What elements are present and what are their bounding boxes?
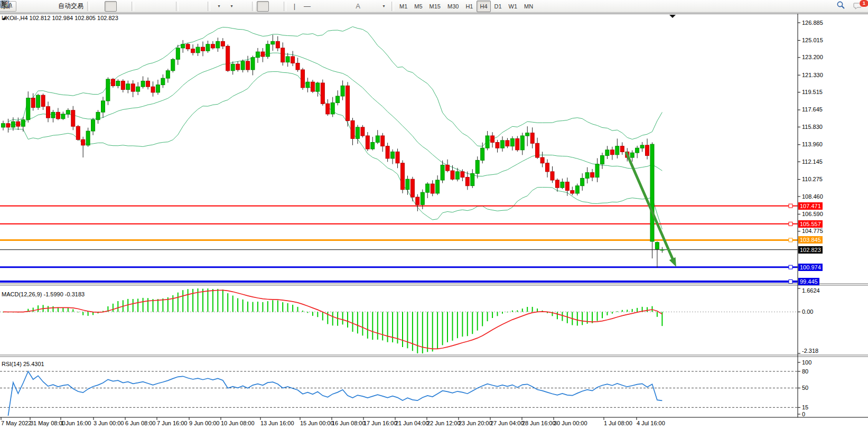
vertical-line-tool-button[interactable]: | [288, 1, 301, 12]
chart-shift-marker[interactable] [669, 15, 676, 18]
price-axis-label: 119.515 [802, 89, 823, 96]
price-axis-label: 112.145 [802, 158, 823, 165]
timeframe-button-H1[interactable]: H1 [462, 1, 476, 12]
autotrading-label: 自动交易 [58, 2, 83, 11]
notification-badge: 1 [859, 0, 868, 7]
chart-title: UKOil-,H4 102.812 102.984 102.805 102.82… [2, 15, 118, 21]
bar-chart-type-button[interactable] [92, 1, 104, 12]
chart-window-button[interactable] [30, 1, 42, 12]
dropdown-caret-icon: ▾ [218, 4, 220, 8]
time-axis-label: 16 Jun 08:00 [332, 420, 366, 427]
line-chart-type-button[interactable] [117, 1, 129, 12]
hline-handle[interactable] [789, 204, 792, 208]
macd-max-label: 1.6624 [802, 287, 820, 294]
zoom-out-button[interactable] [149, 1, 161, 12]
time-axis-label: 1 Jul 08:00 [604, 420, 632, 427]
macd-zero-label: 0.00 [802, 309, 813, 315]
price-line-label: 103.845 [798, 236, 823, 244]
cursor-tool-button[interactable] [257, 1, 269, 12]
timeframe-button-MN[interactable]: MN [521, 1, 536, 12]
search-button[interactable] [836, 1, 848, 12]
price-line-label: 107.471 [798, 202, 823, 210]
separator [87, 2, 90, 11]
chart-canvas[interactable] [0, 13, 868, 430]
indicators-button[interactable]: ▾ [212, 1, 225, 12]
timeframe-group: M1M5M15M30H1H4D1W1MN [396, 1, 536, 12]
autotrading-button[interactable]: 自动交易 [55, 1, 85, 12]
timeframe-button-W1[interactable]: W1 [506, 1, 521, 12]
price-axis-label: 126.885 [802, 20, 823, 26]
price-line-label: 105.557 [798, 220, 823, 228]
dropdown-caret-icon: ▾ [382, 4, 385, 8]
timeframe-button-M15[interactable]: M15 [426, 1, 444, 12]
price-axis-label: 117.645 [802, 106, 823, 113]
shapes-tool-button[interactable]: ▾ [377, 1, 389, 12]
trendline-tool-button[interactable] [314, 1, 326, 12]
price-line-label: 102.823 [798, 246, 823, 254]
arrows-shapes-icon [0, 0, 9, 8]
separator [284, 2, 286, 11]
templates-button[interactable] [238, 1, 250, 12]
price-axis-label: 108.460 [802, 193, 823, 200]
signal-button[interactable] [42, 1, 54, 12]
timeframe-button-D1[interactable]: D1 [491, 1, 505, 12]
price-axis-label: 113.960 [802, 141, 823, 148]
chart-area: UKOil-,H4 102.812 102.984 102.805 102.82… [0, 13, 868, 430]
text-tool-button[interactable]: A [352, 1, 364, 12]
symbol-ohlc-text: UKOil-,H4 102.812 102.984 102.805 102.82… [2, 15, 118, 21]
main-toolbar: 订单 自动交易 [0, 0, 868, 13]
dropdown-caret-icon: ▾ [230, 4, 232, 8]
crosshair-tool-button[interactable] [269, 1, 282, 12]
hline-handle[interactable] [789, 265, 792, 269]
time-axis-label: 10 Jun 08:00 [221, 420, 255, 427]
timeframe-button-H4[interactable]: H4 [477, 1, 490, 12]
separator [176, 2, 179, 11]
rsi-indicator-label: RSI(14) 25.4301 [2, 361, 44, 367]
time-axis-label: 15 Jun 00:00 [300, 420, 334, 427]
auto-scroll-button[interactable] [181, 1, 193, 12]
fibonacci-tool-button[interactable]: F [339, 1, 351, 12]
history-book-button[interactable] [17, 1, 29, 12]
text-label-tool-button[interactable]: T [365, 1, 377, 12]
time-axis-label: 7 Jun 16:00 [157, 420, 188, 427]
time-axis-label: 22 Jun 12:00 [427, 420, 461, 427]
periods-button[interactable]: ▾ [225, 1, 237, 12]
price-axis-label: 123.200 [802, 54, 823, 61]
rsi-level-label: 80 [802, 368, 808, 375]
tile-windows-button[interactable] [162, 1, 174, 12]
hline-handle[interactable] [789, 238, 792, 242]
rsi-level-label: 15 [802, 404, 808, 411]
time-axis-label: 27 Jun 04:00 [490, 420, 524, 427]
rsi-level-label: 50 [802, 385, 808, 391]
separator [208, 2, 210, 11]
time-axis-label: 30 Jun 00:00 [554, 420, 587, 427]
chart-shift-button[interactable] [193, 1, 206, 12]
price-axis-label: 106.590 [802, 211, 823, 218]
price-axis-label: 104.775 [802, 228, 823, 235]
zoom-in-button[interactable] [136, 1, 148, 12]
time-axis-label: 13 Jun 16:00 [260, 420, 294, 427]
price-line-label: 100.974 [798, 264, 823, 271]
rsi-level-label: 100 [802, 359, 811, 366]
rsi-level-label: 0 [802, 411, 805, 418]
time-axis-label: 1 Jun 16:00 [61, 420, 91, 427]
horizontal-line-tool-button[interactable]: — [301, 1, 313, 12]
hline-handle[interactable] [789, 279, 792, 283]
macd-indicator-label: MACD(12,26,9) -1.5990 -0.3183 [2, 291, 85, 297]
toolbar-right-group: 1 [836, 1, 865, 12]
timeframe-button-M30[interactable]: M30 [444, 1, 462, 12]
price-axis-label: 121.330 [802, 72, 823, 79]
hline-handle[interactable] [789, 222, 792, 226]
time-axis-label: 31 May 08:00 [30, 420, 66, 427]
price-line-label: 99.445 [798, 278, 819, 285]
timeframe-button-M5[interactable]: M5 [411, 1, 425, 12]
price-axis-label: 110.275 [802, 176, 823, 183]
time-axis-label: 4 Jul 16:00 [637, 420, 665, 427]
channel-tool-button[interactable]: E [326, 1, 339, 12]
timeframe-button-M1[interactable]: M1 [396, 1, 410, 12]
candlestick-chart-type-button[interactable] [105, 1, 117, 12]
notifications-button[interactable]: 1 [853, 1, 865, 12]
price-axis-label: 125.015 [802, 37, 823, 44]
time-axis-label: 28 Jun 16:00 [522, 420, 556, 427]
separator [391, 2, 394, 11]
